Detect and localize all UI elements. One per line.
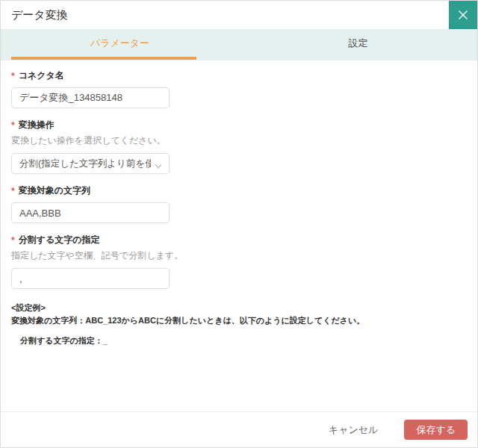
field-operation: * 変換操作 変換したい操作を選択してください。 分割(指定した文字列より前を使… <box>11 119 467 174</box>
chevron-down-icon <box>154 161 163 172</box>
tab-parameters-label: パラメーター <box>90 37 149 50</box>
required-asterisk: * <box>11 186 15 196</box>
required-asterisk: * <box>11 235 15 246</box>
operation-selected-value: 分割(指定した文字列より前を使う) <box>19 158 151 170</box>
tab-parameters[interactable]: パラメーター <box>1 29 239 60</box>
operation-label: 変換操作 <box>19 119 55 131</box>
field-connector-name: * コネクタ名 <box>11 69 467 108</box>
required-asterisk: * <box>11 120 15 131</box>
example-heading: <設定例> <box>11 302 467 314</box>
data-conversion-dialog: データ変換 パラメーター 設定 * コネクタ名 <box>0 0 478 448</box>
form-content: * コネクタ名 * 変換操作 変換したい操作を選択してください。 分割(指定した… <box>1 60 477 411</box>
tab-settings-label: 設定 <box>349 37 368 50</box>
split-char-input[interactable] <box>11 268 170 289</box>
split-char-label: 分割する文字の指定 <box>19 234 100 246</box>
close-button[interactable] <box>449 1 477 29</box>
close-icon <box>457 9 469 21</box>
field-target-string: * 変換対象の文字列 <box>11 184 467 223</box>
dialog-title: データ変換 <box>11 1 68 29</box>
cancel-button[interactable]: キャンセル <box>329 423 379 437</box>
dialog-footer: キャンセル 保存する <box>1 411 477 447</box>
example-block: <設定例> 変換対象の文字列：ABC_123からABCに分割したいときは、以下の… <box>11 302 467 346</box>
operation-helper-text: 変換したい操作を選択してください。 <box>11 134 467 147</box>
save-button[interactable]: 保存する <box>404 420 468 440</box>
dialog-header: データ変換 <box>1 1 477 29</box>
example-sample: 分割する文字の指定：_ <box>20 335 467 346</box>
target-string-input[interactable] <box>11 202 170 223</box>
target-string-label: 変換対象の文字列 <box>19 184 90 197</box>
connector-name-label: コネクタ名 <box>19 69 64 82</box>
tab-settings[interactable]: 設定 <box>239 29 477 60</box>
example-description: 変換対象の文字列：ABC_123からABCに分割したいときは、以下のように設定し… <box>11 315 467 326</box>
split-char-helper-text: 指定した文字や空欄、記号で分割します。 <box>11 249 467 262</box>
connector-name-input[interactable] <box>11 87 170 108</box>
tab-bar: パラメーター 設定 <box>1 29 477 60</box>
required-asterisk: * <box>11 71 15 81</box>
operation-select[interactable]: 分割(指定した文字列より前を使う) <box>11 153 170 174</box>
active-tab-underline <box>11 57 196 60</box>
field-split-char: * 分割する文字の指定 指定した文字や空欄、記号で分割します。 <box>11 234 467 289</box>
